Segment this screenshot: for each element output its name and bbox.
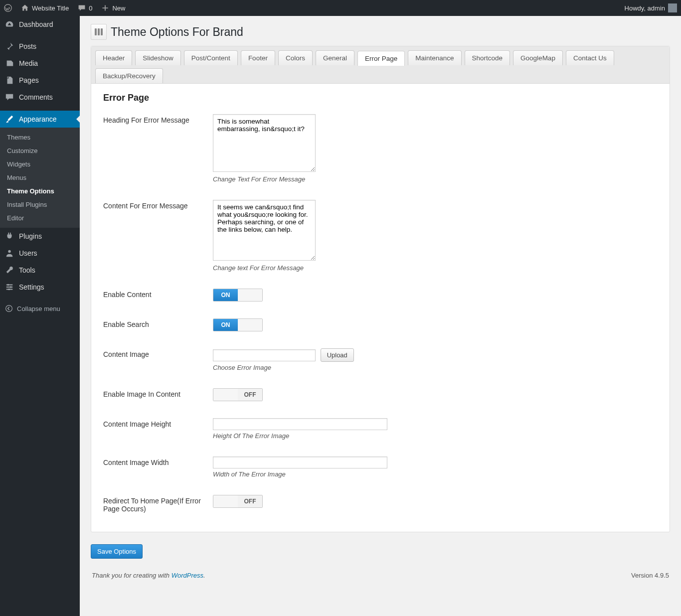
- menu-appearance[interactable]: Appearance: [0, 111, 80, 128]
- submenu-appearance: Themes Customize Widgets Menus Theme Opt…: [0, 128, 80, 228]
- redirect-label: Redirect To Home Page(If Error Page Occu…: [103, 495, 213, 513]
- menu-users[interactable]: Users: [0, 245, 80, 262]
- tabs: Header Slideshow Post/Content Footer Col…: [91, 46, 670, 84]
- menu-tools[interactable]: Tools: [0, 262, 80, 279]
- media-icon: [5, 59, 14, 68]
- content-image-label: Content Image: [103, 348, 213, 358]
- menu-label: Appearance: [19, 115, 57, 123]
- wrench-icon: [5, 266, 14, 275]
- new-label: New: [112, 4, 125, 12]
- tab-backup-recovery[interactable]: Backup/Recovery: [95, 68, 163, 83]
- pin-icon: [5, 42, 14, 51]
- site-title: Website Title: [32, 4, 69, 12]
- svg-point-4: [8, 289, 10, 291]
- submenu-install-plugins[interactable]: Install Plugins: [0, 198, 80, 211]
- width-label: Content Image Width: [103, 457, 213, 466]
- tab-general[interactable]: General: [316, 50, 354, 65]
- toggle-off: OFF: [238, 389, 262, 401]
- menu-label: Pages: [19, 76, 39, 84]
- page-title: Theme Options For Brand: [111, 25, 243, 39]
- toggle-on: ON: [213, 289, 238, 301]
- content-image-input[interactable]: [213, 349, 316, 361]
- menu-plugins[interactable]: Plugins: [0, 228, 80, 245]
- heading-textarea[interactable]: [213, 114, 316, 172]
- tab-slideshow[interactable]: Slideshow: [135, 50, 181, 65]
- enable-image-toggle[interactable]: ON OFF: [213, 388, 263, 401]
- tab-error-page[interactable]: Error Page: [357, 51, 405, 66]
- width-input[interactable]: [213, 457, 387, 468]
- home-icon: [21, 4, 29, 12]
- brush-icon: [5, 115, 14, 124]
- menu-label: Users: [19, 249, 37, 257]
- submenu-menus[interactable]: Menus: [0, 171, 80, 184]
- enable-search-toggle[interactable]: ON OFF: [213, 318, 263, 331]
- section-title: Error Page: [103, 93, 658, 103]
- content-area: Theme Options For Brand Header Slideshow…: [80, 16, 681, 616]
- wordpress-link[interactable]: WordPress: [171, 572, 203, 579]
- submenu-editor[interactable]: Editor: [0, 211, 80, 225]
- height-help: Height Of The Error Image: [213, 432, 387, 440]
- redirect-toggle[interactable]: ON OFF: [213, 495, 263, 508]
- menu-label: Tools: [19, 266, 35, 274]
- sliders-icon: [91, 24, 107, 40]
- tab-googlemap[interactable]: GoogleMap: [513, 50, 563, 65]
- content-textarea[interactable]: [213, 200, 316, 261]
- tab-header[interactable]: Header: [95, 50, 132, 65]
- options-panel: Header Slideshow Post/Content Footer Col…: [91, 46, 670, 532]
- admin-footer: Thank you for creating with WordPress. V…: [91, 559, 670, 588]
- comment-icon: [5, 93, 14, 102]
- account-link[interactable]: Howdy, admin: [625, 3, 677, 12]
- comment-icon: [78, 4, 86, 12]
- submenu-theme-options[interactable]: Theme Options: [0, 184, 80, 198]
- menu-pages[interactable]: Pages: [0, 72, 80, 89]
- content-label: Content For Error Message: [103, 200, 213, 210]
- menu-settings[interactable]: Settings: [0, 279, 80, 296]
- collapse-icon: [5, 305, 13, 312]
- menu-comments[interactable]: Comments: [0, 89, 80, 106]
- menu-posts[interactable]: Posts: [0, 38, 80, 55]
- heading-help: Change Text For Error Message: [213, 175, 316, 183]
- tab-contact-us[interactable]: Contact Us: [566, 50, 614, 65]
- submenu-customize[interactable]: Customize: [0, 144, 80, 157]
- tab-colors[interactable]: Colors: [278, 50, 313, 65]
- collapse-menu[interactable]: Collapse menu: [0, 300, 80, 317]
- svg-point-1: [8, 250, 10, 253]
- comments-link[interactable]: 0: [78, 4, 92, 12]
- admin-sidebar: Dashboard Posts Media Pages Comments App…: [0, 16, 80, 616]
- enable-search-label: Enable Search: [103, 318, 213, 328]
- menu-media[interactable]: Media: [0, 55, 80, 72]
- height-input[interactable]: [213, 418, 387, 430]
- submenu-themes[interactable]: Themes: [0, 131, 80, 144]
- version-text: Version 4.9.5: [631, 572, 669, 579]
- menu-label: Posts: [19, 42, 36, 50]
- menu-label: Comments: [19, 93, 53, 101]
- site-link[interactable]: Website Title: [21, 4, 69, 12]
- content-image-help: Choose Error Image: [213, 364, 354, 371]
- tab-post-content[interactable]: Post/Content: [184, 50, 238, 65]
- enable-content-toggle[interactable]: ON OFF: [213, 289, 263, 302]
- menu-dashboard[interactable]: Dashboard: [0, 16, 80, 33]
- plus-icon: [101, 4, 109, 12]
- pages-icon: [5, 76, 14, 85]
- menu-label: Settings: [19, 283, 44, 291]
- heading-label: Heading For Error Message: [103, 114, 213, 124]
- comments-count: 0: [89, 4, 92, 12]
- toggle-on: ON: [213, 495, 238, 507]
- toggle-off: OFF: [238, 289, 262, 301]
- howdy-text: Howdy, admin: [625, 4, 665, 12]
- toggle-off: OFF: [238, 495, 262, 507]
- tab-footer[interactable]: Footer: [241, 50, 275, 65]
- footer-period: .: [203, 572, 205, 579]
- user-icon: [5, 249, 14, 258]
- footer-prefix: Thank you for creating with: [92, 572, 171, 579]
- enable-image-label: Enable Image In Content: [103, 388, 213, 398]
- upload-button[interactable]: Upload: [321, 348, 354, 362]
- wp-logo[interactable]: [4, 4, 12, 12]
- toggle-off: OFF: [238, 319, 262, 331]
- tab-maintenance[interactable]: Maintenance: [408, 50, 461, 65]
- save-button[interactable]: Save Options: [91, 544, 143, 559]
- new-link[interactable]: New: [101, 4, 125, 12]
- toggle-on: ON: [213, 319, 238, 331]
- submenu-widgets[interactable]: Widgets: [0, 157, 80, 171]
- tab-shortcode[interactable]: Shortcode: [465, 50, 511, 65]
